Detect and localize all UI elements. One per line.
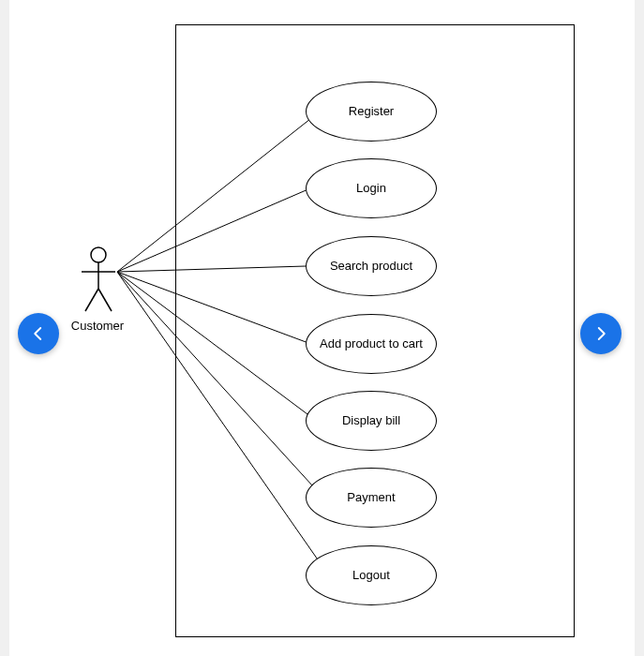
use-case-diagram: Customer Register Login Search product A…	[0, 0, 644, 656]
usecase-label: Search product	[330, 259, 412, 274]
usecase-register: Register	[306, 82, 437, 142]
usecase-label: Login	[356, 181, 386, 196]
usecase-login: Login	[306, 158, 437, 218]
chevron-left-icon	[30, 325, 47, 342]
previous-button[interactable]	[18, 313, 59, 354]
usecase-label: Display bill	[342, 413, 400, 428]
usecase-display-bill: Display bill	[306, 391, 437, 451]
chevron-right-icon	[592, 325, 609, 342]
actor-customer	[80, 246, 117, 313]
usecase-payment: Payment	[306, 468, 437, 528]
svg-line-11	[98, 289, 112, 311]
usecase-search-product: Search product	[306, 236, 437, 296]
usecase-add-to-cart: Add product to cart	[306, 314, 437, 374]
usecase-label: Logout	[352, 568, 390, 583]
usecase-label: Payment	[347, 490, 395, 505]
actor-label: Customer	[60, 319, 135, 333]
svg-point-7	[91, 247, 106, 262]
next-button[interactable]	[580, 313, 622, 354]
svg-line-10	[85, 289, 98, 311]
usecase-label: Register	[349, 104, 394, 119]
usecase-label: Add product to cart	[320, 336, 423, 351]
usecase-logout: Logout	[306, 545, 437, 605]
